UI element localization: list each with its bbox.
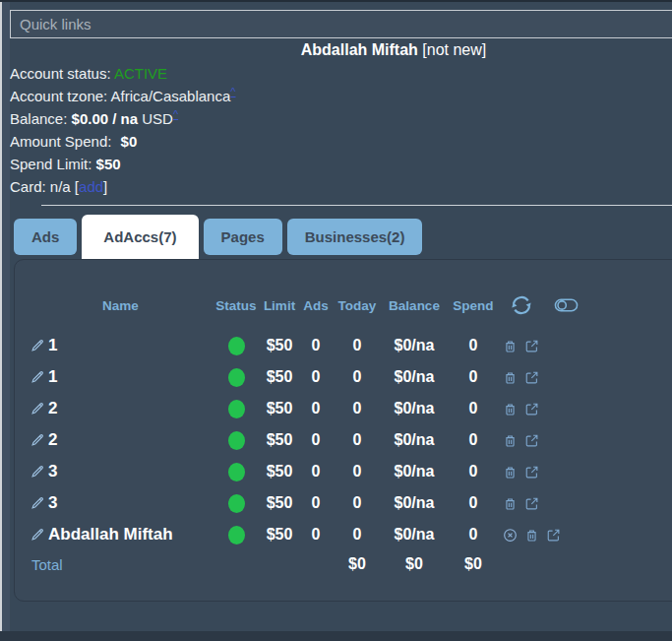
open-external-button[interactable] [524, 402, 539, 417]
status-dot [228, 526, 245, 545]
balance-value: $0.00 / na [72, 110, 139, 127]
balance-label: Balance: [10, 110, 72, 127]
today-cell: 0 [334, 431, 381, 449]
toggle-icon [554, 297, 579, 313]
amount-spend-label: Amount Spend: [10, 133, 116, 150]
status-cell [212, 430, 261, 449]
balance-cell: $0/na [381, 463, 448, 481]
add-card-link[interactable]: add [79, 178, 103, 195]
tzone-edit-caret[interactable]: ^ [230, 86, 235, 97]
spend-cell: 0 [448, 431, 499, 449]
account-name-cell: 1 [30, 336, 212, 355]
tab-adaccs[interactable]: AdAccs(7) [82, 215, 198, 259]
status-dot [228, 337, 245, 355]
edit-name-button[interactable] [30, 495, 47, 511]
status-dot [228, 400, 245, 418]
tab-ads[interactable]: Ads [14, 219, 77, 255]
status-dot [228, 368, 245, 387]
spend-cell: 0 [448, 400, 499, 417]
edit-name-button[interactable] [30, 464, 47, 480]
balance-cell: $0/na [381, 337, 448, 354]
page-title: Abdallah Miftah [not new] [10, 40, 672, 59]
edit-name-button[interactable] [30, 338, 47, 353]
delete-button[interactable] [524, 528, 539, 543]
spend-cell: 0 [448, 494, 499, 512]
edit-name-button[interactable] [30, 527, 47, 543]
trash-icon [503, 339, 518, 353]
status-cell [212, 367, 261, 386]
delete-button[interactable] [503, 402, 518, 417]
external-link-icon [524, 496, 539, 511]
account-status-value: ACTIVE [114, 65, 167, 82]
today-cell: 0 [334, 337, 381, 354]
open-external-button[interactable] [546, 528, 561, 543]
today-cell: 0 [334, 526, 381, 544]
delete-button[interactable] [503, 339, 518, 353]
edit-name-button[interactable] [30, 369, 47, 385]
tab-pages[interactable]: Pages [204, 219, 282, 255]
spend-limit-line: Spend Limit: $50 [10, 153, 672, 175]
open-external-button[interactable] [524, 465, 539, 480]
trash-icon [503, 370, 518, 385]
table-header-actions [499, 292, 666, 318]
edit-pencil-icon [30, 432, 45, 448]
account-name: 1 [48, 336, 57, 355]
remove-button[interactable] [503, 528, 518, 543]
edit-pencil-icon [30, 338, 45, 353]
balance-cell: $0/na [381, 368, 448, 386]
row-actions [499, 496, 666, 511]
external-link-icon [524, 433, 539, 448]
edit-name-button[interactable] [30, 432, 47, 448]
account-name: 3 [48, 462, 57, 481]
spend-cell: 0 [448, 526, 499, 544]
balance-edit-caret[interactable]: ^ [173, 108, 178, 120]
edit-name-button[interactable] [30, 401, 47, 417]
status-dot [228, 494, 245, 513]
spend-cell: 0 [448, 337, 499, 354]
quick-links-input[interactable] [10, 10, 672, 38]
external-link-icon [546, 528, 561, 543]
col-header-spend: Spend [448, 298, 499, 313]
delete-button[interactable] [503, 433, 518, 448]
limit-cell: $50 [261, 431, 298, 449]
open-external-button[interactable] [524, 339, 539, 353]
table-row: 2 $50 0 0 $0/na 0 [30, 424, 672, 456]
main-content: Abdallah Miftah [not new] Account status… [10, 0, 672, 602]
window-top-edge [0, 0, 672, 2]
col-header-limit: Limit [261, 298, 298, 313]
refresh-button[interactable] [509, 292, 534, 318]
today-cell: 0 [334, 494, 381, 512]
account-name: 1 [48, 367, 57, 387]
row-actions [499, 528, 666, 543]
toggle-view-button[interactable] [554, 297, 579, 313]
balance-currency: USD [138, 110, 173, 127]
account-title-suffix: [not new] [418, 41, 486, 58]
table-row: 1 $50 0 0 $0/na 0 [30, 361, 672, 393]
total-today: $0 [334, 555, 381, 573]
row-actions [499, 402, 666, 417]
delete-button[interactable] [503, 465, 518, 480]
limit-cell: $50 [261, 337, 298, 354]
table-body: 1 $50 0 0 $0/na 0 1 $50 [30, 330, 672, 578]
open-external-button[interactable] [524, 370, 539, 385]
table-header-row: Name Status Limit Ads Today Balance Spen… [30, 292, 672, 316]
tab-businesses[interactable]: Businesses(2) [287, 219, 423, 255]
balance-cell: $0/na [381, 400, 448, 417]
left-scrollbar[interactable] [0, 0, 10, 641]
open-external-button[interactable] [524, 433, 539, 448]
table-row: 3 $50 0 0 $0/na 0 [30, 456, 672, 487]
col-header-status: Status [212, 298, 261, 313]
spend-limit-label: Spend Limit: [10, 156, 96, 172]
delete-button[interactable] [503, 496, 518, 511]
card-label: Card: n/a [ [10, 178, 79, 195]
ads-cell: 0 [298, 494, 334, 512]
status-cell [212, 525, 261, 544]
edit-pencil-icon [30, 495, 45, 511]
open-external-button[interactable] [524, 496, 539, 511]
refresh-icon [509, 292, 534, 318]
delete-button[interactable] [503, 370, 518, 385]
account-status-line: Account status: ACTIVE [10, 62, 672, 85]
account-title: Abdallah Miftah [301, 41, 418, 58]
amount-spend-value: $0 [121, 133, 138, 150]
account-summary: Account status: ACTIVE Account tzone: Af… [10, 62, 672, 198]
